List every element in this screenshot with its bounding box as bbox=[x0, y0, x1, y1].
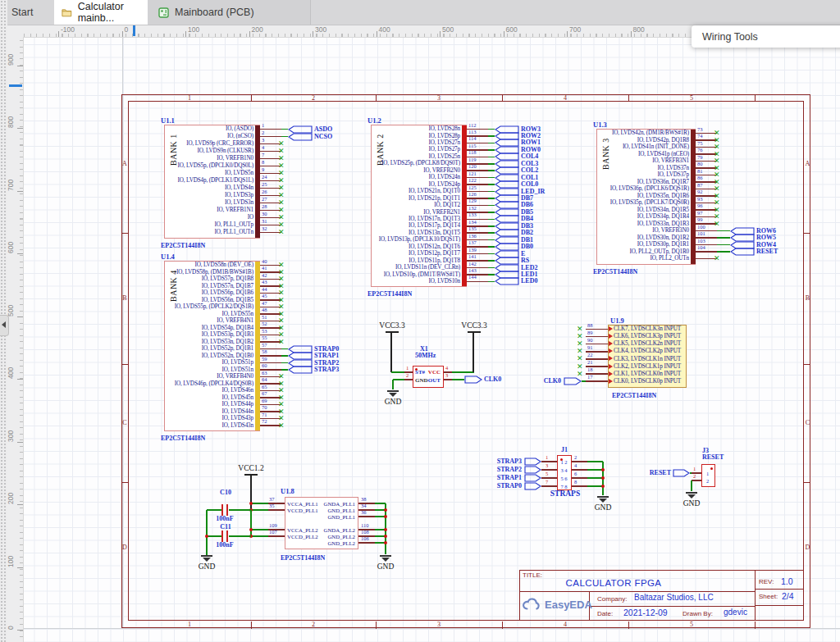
wire[interactable] bbox=[281, 136, 288, 138]
pcb-icon bbox=[158, 7, 169, 18]
wire[interactable] bbox=[717, 230, 730, 232]
gnd-symbol[interactable]: GND bbox=[195, 555, 218, 573]
wire[interactable] bbox=[375, 503, 386, 504]
pin-name: IO, PLL1_OUTn bbox=[166, 229, 253, 236]
wire[interactable] bbox=[691, 480, 692, 491]
wire[interactable] bbox=[488, 212, 495, 213]
wire[interactable] bbox=[717, 244, 730, 246]
tab-calculator-mainboard[interactable]: Calculator mainb... bbox=[54, 0, 155, 25]
wire[interactable] bbox=[488, 239, 495, 241]
vcc-symbol[interactable]: VCC3.3 bbox=[454, 321, 494, 335]
tab-bar: Start Calculator mainb... Mainboard (PCB… bbox=[7, 0, 840, 25]
gnd-label: GND bbox=[195, 562, 218, 571]
wire[interactable] bbox=[207, 535, 221, 537]
wire[interactable] bbox=[488, 198, 495, 199]
gnd-symbol[interactable]: GND bbox=[374, 555, 397, 573]
wire[interactable] bbox=[250, 510, 252, 536]
capacitor-plate bbox=[221, 504, 223, 516]
wire[interactable] bbox=[717, 251, 730, 253]
pin-number: 55 bbox=[262, 335, 267, 341]
wire[interactable] bbox=[488, 274, 495, 275]
net-flag[interactable] bbox=[464, 376, 482, 384]
wire[interactable] bbox=[488, 170, 495, 171]
net-flag[interactable] bbox=[495, 277, 519, 285]
tab-mainboard-pcb[interactable]: Mainboard (PCB) bbox=[148, 0, 311, 25]
wire[interactable] bbox=[488, 157, 495, 158]
net-flag[interactable] bbox=[564, 377, 582, 385]
wire[interactable] bbox=[206, 510, 208, 555]
gnd-symbol[interactable]: GND bbox=[591, 496, 614, 514]
wire[interactable] bbox=[281, 362, 288, 364]
wire[interactable] bbox=[488, 143, 495, 144]
wire[interactable] bbox=[281, 369, 288, 371]
wire[interactable] bbox=[488, 246, 495, 248]
net-flag[interactable] bbox=[524, 482, 541, 490]
title-block-rev-border bbox=[755, 570, 804, 606]
net-flag[interactable] bbox=[524, 466, 541, 474]
wire[interactable] bbox=[392, 380, 394, 389]
wire[interactable] bbox=[488, 205, 495, 207]
wire[interactable] bbox=[488, 267, 495, 269]
wire[interactable] bbox=[488, 177, 495, 179]
component-body[interactable]: 12 bbox=[701, 464, 715, 487]
wire[interactable] bbox=[251, 509, 268, 511]
pin-number: 118 bbox=[468, 149, 477, 156]
gnd-symbol[interactable]: GND bbox=[381, 390, 404, 408]
pin-number: 4 bbox=[445, 365, 448, 371]
wire[interactable] bbox=[488, 135, 495, 137]
wiring-tools-panel[interactable]: Wiring Tools bbox=[692, 25, 840, 48]
wire[interactable] bbox=[251, 529, 268, 530]
pin-number: 41 bbox=[262, 265, 267, 271]
pin-number: 73 bbox=[697, 126, 703, 133]
wire[interactable] bbox=[281, 348, 288, 350]
wire[interactable] bbox=[452, 379, 464, 380]
wire[interactable] bbox=[251, 503, 268, 504]
wire[interactable] bbox=[488, 191, 495, 193]
component-value: 50MHz bbox=[415, 352, 436, 360]
wire[interactable] bbox=[587, 461, 603, 462]
wire[interactable] bbox=[488, 225, 495, 227]
net-flag[interactable] bbox=[730, 248, 755, 256]
wire[interactable] bbox=[488, 184, 495, 185]
gnd-triangle bbox=[687, 494, 696, 499]
pin-number: 9 bbox=[262, 166, 264, 173]
pin-number: 96 bbox=[697, 203, 703, 209]
wire[interactable] bbox=[488, 232, 495, 234]
vcc-label: VCC3.3 bbox=[454, 321, 494, 330]
wire[interactable] bbox=[207, 509, 221, 511]
tab-start[interactable]: Start bbox=[7, 0, 44, 25]
pin-number: 71 bbox=[262, 412, 267, 418]
wire[interactable] bbox=[488, 129, 495, 130]
vcc-stem bbox=[390, 333, 392, 372]
wire[interactable] bbox=[582, 380, 586, 382]
wire[interactable] bbox=[488, 163, 495, 165]
wire[interactable] bbox=[488, 260, 495, 262]
pin-number: 70 bbox=[262, 404, 267, 411]
component-body[interactable]: 1 23 45 67 8 bbox=[557, 455, 572, 490]
wire[interactable] bbox=[488, 219, 495, 221]
wire[interactable] bbox=[717, 237, 730, 239]
vcc-symbol[interactable]: VCC3.3 bbox=[372, 321, 412, 335]
wire[interactable] bbox=[229, 535, 252, 537]
chevron-left-icon bbox=[2, 321, 6, 328]
wire[interactable] bbox=[452, 371, 474, 373]
wire[interactable] bbox=[488, 149, 495, 151]
net-flag[interactable] bbox=[673, 469, 690, 477]
wire[interactable] bbox=[251, 535, 268, 537]
wire[interactable] bbox=[281, 129, 288, 130]
sidebar-collapse-handle[interactable] bbox=[0, 315, 9, 336]
gnd-symbol[interactable]: GND bbox=[680, 492, 703, 510]
wire[interactable] bbox=[281, 355, 288, 357]
wire[interactable] bbox=[488, 281, 495, 283]
pin-stub bbox=[358, 542, 375, 544]
wire[interactable] bbox=[488, 253, 495, 255]
wire[interactable] bbox=[690, 472, 692, 474]
net-flag[interactable] bbox=[288, 133, 313, 141]
net-flag[interactable] bbox=[524, 458, 541, 466]
net-flag[interactable] bbox=[524, 474, 541, 482]
part-number: EP2C5T144I8N bbox=[281, 554, 325, 562]
net-label: STRAP3 bbox=[314, 366, 339, 374]
component-body[interactable]: ST#GNDVCCOUT bbox=[413, 366, 444, 388]
wire[interactable] bbox=[229, 509, 252, 511]
net-flag[interactable] bbox=[288, 366, 313, 374]
